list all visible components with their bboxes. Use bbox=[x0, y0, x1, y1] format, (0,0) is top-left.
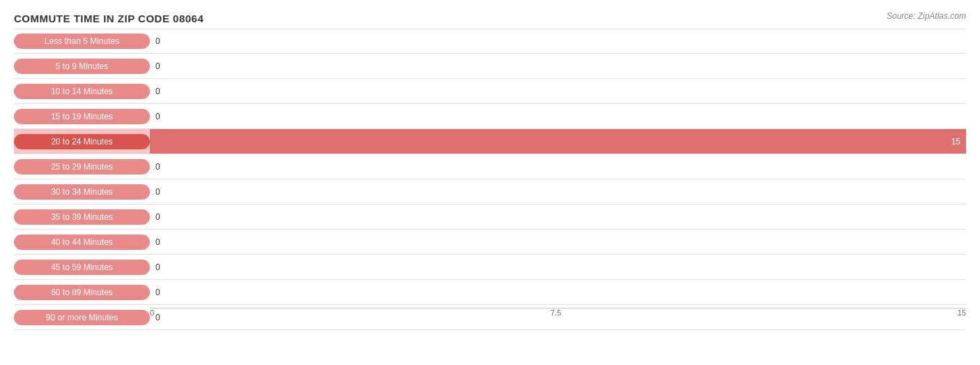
bar-value: 0 bbox=[155, 237, 160, 247]
axis-label-mid: 7.5 bbox=[551, 308, 561, 322]
source-label: Source: ZipAtlas.com bbox=[887, 11, 966, 21]
bar-track: 0 bbox=[150, 104, 966, 128]
bar-value: 0 bbox=[155, 61, 160, 71]
bar-value: 0 bbox=[155, 262, 160, 272]
bar-row: 30 to 34 Minutes0 bbox=[14, 179, 966, 204]
bar-value: 0 bbox=[155, 187, 160, 197]
bar-label: 15 to 19 Minutes bbox=[14, 109, 150, 124]
bar-row: 25 to 29 Minutes0 bbox=[14, 154, 966, 179]
bar-track: 0 bbox=[150, 230, 966, 254]
bar-label: 40 to 44 Minutes bbox=[14, 234, 150, 250]
bar-row: 5 to 9 Minutes0 bbox=[14, 54, 966, 79]
bar-row: 40 to 44 Minutes0 bbox=[14, 230, 966, 255]
bar-value: 15 bbox=[951, 137, 960, 147]
bar-label: 30 to 34 Minutes bbox=[14, 184, 150, 200]
bar-label: 10 to 14 Minutes bbox=[14, 84, 150, 99]
bar-track: 15 bbox=[150, 129, 966, 154]
bar-label: 35 to 39 Minutes bbox=[14, 209, 150, 225]
bar-row: 20 to 24 Minutes15 bbox=[14, 129, 966, 154]
bar-row: 15 to 19 Minutes0 bbox=[14, 104, 966, 129]
bar-value: 0 bbox=[155, 212, 160, 222]
axis-labels: 0 7.5 15 bbox=[150, 306, 966, 322]
chart-area: Less than 5 Minutes05 to 9 Minutes010 to… bbox=[14, 29, 966, 325]
bar-track: 0 bbox=[150, 280, 966, 304]
axis-label-max: 15 bbox=[958, 308, 966, 322]
chart-container: COMMUTE TIME IN ZIP CODE 08064 Source: Z… bbox=[0, 0, 980, 365]
bar-row: Less than 5 Minutes0 bbox=[14, 29, 966, 54]
bar-track: 0 bbox=[150, 79, 966, 103]
bar-label: 45 to 59 Minutes bbox=[14, 260, 150, 275]
bar-row: 35 to 39 Minutes0 bbox=[14, 204, 966, 230]
bars-section: Less than 5 Minutes05 to 9 Minutes010 to… bbox=[14, 29, 966, 306]
bar-value: 0 bbox=[155, 36, 160, 46]
bar-value: 0 bbox=[155, 288, 160, 297]
bar-track: 0 bbox=[150, 179, 966, 204]
axis-label-min: 0 bbox=[150, 308, 154, 322]
bar-track: 0 bbox=[150, 204, 966, 229]
bar-row: 10 to 14 Minutes0 bbox=[14, 79, 966, 104]
bar-row: 60 to 89 Minutes0 bbox=[14, 280, 966, 305]
bar-label: 20 to 24 Minutes bbox=[14, 134, 150, 149]
bar-value: 0 bbox=[155, 112, 160, 121]
bar-track: 0 bbox=[150, 154, 966, 179]
bar-label: 90 or more Minutes bbox=[14, 310, 150, 325]
axis-section: 0 7.5 15 bbox=[150, 306, 966, 322]
bar-track: 0 bbox=[150, 54, 966, 78]
bar-label: Less than 5 Minutes bbox=[14, 33, 150, 49]
bar-track: 0 bbox=[150, 255, 966, 279]
bar-label: 25 to 29 Minutes bbox=[14, 159, 150, 174]
chart-title: COMMUTE TIME IN ZIP CODE 08064 bbox=[14, 13, 966, 24]
bar-row: 45 to 59 Minutes0 bbox=[14, 255, 966, 280]
bar-label: 60 to 89 Minutes bbox=[14, 285, 150, 300]
bar-fill-highlighted bbox=[150, 129, 966, 154]
bar-value: 0 bbox=[155, 87, 160, 96]
bar-track: 0 bbox=[150, 29, 966, 53]
bar-value: 0 bbox=[155, 162, 160, 172]
bar-label: 5 to 9 Minutes bbox=[14, 59, 150, 74]
bar-value: 0 bbox=[155, 313, 160, 322]
